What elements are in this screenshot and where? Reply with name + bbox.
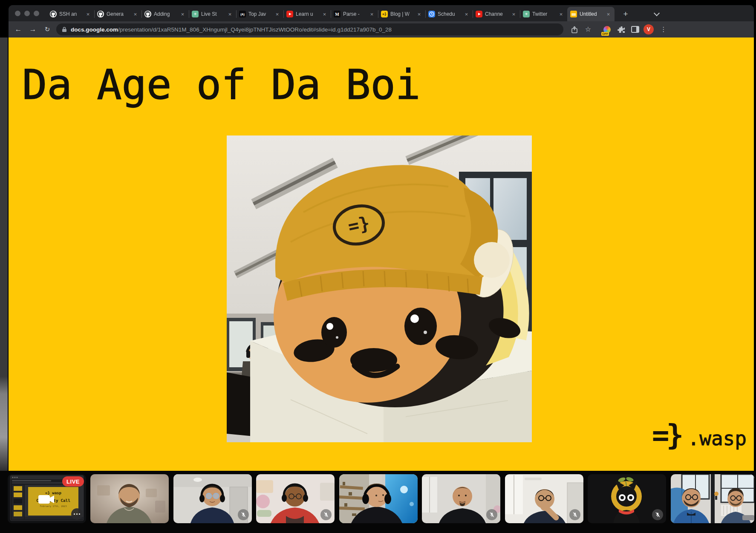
close-window-button[interactable] <box>15 11 20 16</box>
bookmark-star-icon[interactable]: ☆ <box>582 21 594 37</box>
tab-topjav[interactable]: (A) Top Jav × <box>236 7 283 21</box>
wasp-favicon: =} <box>381 11 388 17</box>
participant-tile[interactable] <box>505 474 583 523</box>
tab-title: Live St <box>201 11 227 17</box>
active-speaker-tile[interactable] <box>339 474 418 523</box>
browser-window: SSH an × Genera × Adding × ✳ Live St × (… <box>9 5 754 471</box>
tab-parse[interactable]: M Parse - × <box>331 7 378 21</box>
extension-off-badge: OFF <box>601 32 609 36</box>
new-tab-button[interactable]: + <box>620 8 632 20</box>
live-badge: LIVE <box>62 476 84 487</box>
github-favicon <box>144 11 151 17</box>
green-app-favicon: ✳ <box>192 11 199 17</box>
tab-close-icon[interactable]: × <box>179 11 186 17</box>
two-person-tile[interactable] <box>671 474 754 523</box>
profile-avatar[interactable]: V <box>643 24 654 35</box>
minimize-window-button[interactable] <box>24 11 30 16</box>
mic-muted-icon <box>652 509 663 520</box>
side-panel-icon[interactable] <box>630 24 640 35</box>
slide-canvas[interactable]: Da Age of Da Boi <box>9 37 754 471</box>
tab-title: Genera <box>107 11 132 17</box>
tab-close-icon[interactable]: × <box>605 11 612 17</box>
participant-tile[interactable] <box>422 474 500 523</box>
wasp-logo-glyph: =} <box>652 418 681 452</box>
tab-close-icon[interactable]: × <box>227 11 233 17</box>
mic-muted-icon <box>238 509 249 520</box>
share-icon[interactable] <box>568 21 581 37</box>
mic-muted-icon <box>569 509 580 520</box>
tab-twitter[interactable]: ✳ Twitter × <box>520 7 567 21</box>
tab-strip: SSH an × Genera × Adding × ✳ Live St × (… <box>9 5 754 21</box>
tab-search-chevron-icon[interactable] <box>655 11 659 15</box>
forward-button[interactable]: → <box>26 21 39 37</box>
academind-favicon: (A) <box>239 11 246 17</box>
participant-tile[interactable] <box>173 474 252 523</box>
tab-title: Top Jav <box>248 11 274 17</box>
bee-plush-photo: =} <box>227 135 532 442</box>
zoom-window-button[interactable] <box>34 11 39 16</box>
tab-title: Schedu <box>438 11 463 17</box>
tab-title: Blog | W <box>390 11 416 17</box>
tab-close-icon[interactable]: × <box>274 11 280 17</box>
tab-schedule[interactable]: Schedu × <box>425 7 473 21</box>
mic-muted-icon <box>320 509 332 520</box>
tab-learn[interactable]: Learn u × <box>283 7 331 21</box>
wasp-logo: =} .wasp <box>652 418 747 452</box>
address-bar[interactable]: docs.google.com/presentation/d/1xaR5N1M_… <box>56 23 563 35</box>
youtube-favicon <box>286 11 293 17</box>
svg-text:=}: =} <box>346 212 372 237</box>
window-controls[interactable] <box>15 11 39 16</box>
extensions-puzzle-icon[interactable] <box>616 24 626 35</box>
tab-title: Adding <box>154 11 179 17</box>
back-button[interactable]: ← <box>12 21 25 37</box>
menu-icon[interactable]: ⋮ <box>657 21 670 37</box>
tab-general[interactable]: Genera × <box>94 7 141 21</box>
shared-slide-brand: =} wasp <box>45 491 62 495</box>
slide-title: Da Age of Da Boi <box>22 61 420 109</box>
tab-title: Channe <box>485 11 511 17</box>
tab-close-icon[interactable]: × <box>558 11 564 17</box>
google-slides-favicon <box>570 11 577 17</box>
youtube-favicon <box>476 11 482 17</box>
tab-adding[interactable]: Adding × <box>141 7 189 21</box>
tab-title: Untitled <box>580 11 605 17</box>
screen: SSH an × Genera × Adding × ✳ Live St × (… <box>0 0 756 533</box>
tab-title: SSH an <box>59 11 85 17</box>
url-path: /presentation/d/1xaR5N1M_806_XHngumjl_Q4… <box>118 26 392 33</box>
green-app-favicon: ✳ <box>523 11 530 17</box>
tab-livestream[interactable]: ✳ Live St × <box>189 7 236 21</box>
background-window-sliver <box>0 37 8 472</box>
tab-close-icon[interactable]: × <box>132 11 139 17</box>
lock-icon <box>62 26 67 32</box>
github-favicon <box>97 11 104 17</box>
github-favicon <box>50 11 57 17</box>
tab-title: Learn u <box>296 11 321 17</box>
browser-toolbar: ← → ↻ docs.google.com/presentation/d/1xa… <box>9 21 754 37</box>
url-host: docs.google.com <box>71 26 118 33</box>
tab-close-icon[interactable]: × <box>511 11 517 17</box>
cat-avatar-tile[interactable] <box>588 474 666 523</box>
video-call-strip: =} wasp Community Call February 17th, 20… <box>0 471 756 533</box>
wasp-logo-text: .wasp <box>688 427 747 450</box>
tab-channel[interactable]: Channe × <box>473 7 520 21</box>
mic-muted-icon <box>486 509 497 520</box>
medium-favicon: M <box>334 11 340 17</box>
tab-close-icon[interactable]: × <box>85 11 91 17</box>
shared-slide-date: February 17th, 2023 <box>40 505 67 508</box>
tab-untitled-active[interactable]: Untitled × <box>567 7 615 21</box>
tab-blog[interactable]: =} Blog | W × <box>378 7 425 21</box>
screen-share-tile[interactable]: =} wasp Community Call February 17th, 20… <box>8 474 86 523</box>
tab-close-icon[interactable]: × <box>369 11 375 17</box>
tab-title: Parse - <box>343 11 369 17</box>
participant-tile[interactable] <box>90 474 169 523</box>
schedule-favicon <box>428 11 435 17</box>
participant-tile[interactable] <box>256 474 335 523</box>
tab-title: Twitter <box>532 11 558 17</box>
tab-close-icon[interactable]: × <box>416 11 422 17</box>
reload-button[interactable]: ↻ <box>41 21 54 37</box>
tab-ssh[interactable]: SSH an × <box>47 7 94 21</box>
tab-close-icon[interactable]: × <box>463 11 470 17</box>
extension-icon-colorful[interactable]: OFF <box>602 24 612 35</box>
tab-close-icon[interactable]: × <box>321 11 328 17</box>
tile-more-button[interactable] <box>71 508 83 520</box>
